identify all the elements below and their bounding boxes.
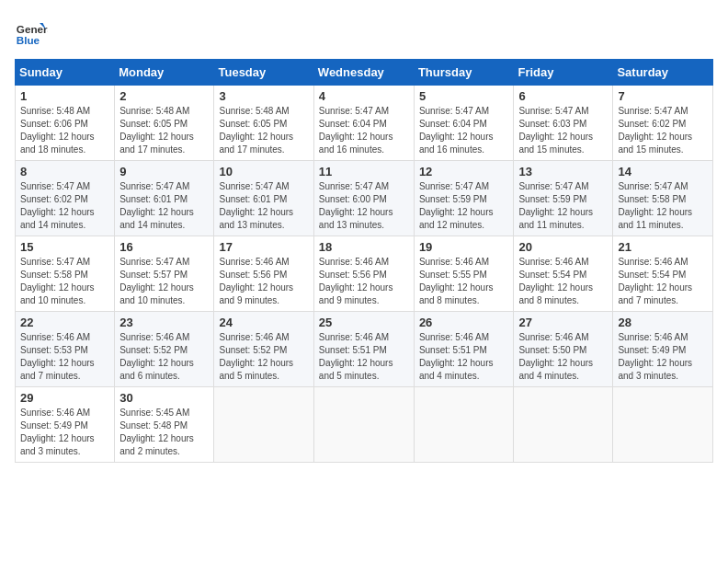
- day-cell: 20 Sunrise: 5:46 AMSunset: 5:54 PMDaylig…: [514, 236, 613, 312]
- day-info: Sunrise: 5:47 AMSunset: 5:57 PMDaylight:…: [119, 256, 209, 307]
- day-number: 14: [618, 165, 708, 178]
- day-cell: 16 Sunrise: 5:47 AMSunset: 5:57 PMDaylig…: [115, 236, 214, 312]
- day-cell: 10 Sunrise: 5:47 AMSunset: 6:01 PMDaylig…: [214, 161, 313, 236]
- week-row-1: 1 Sunrise: 5:48 AMSunset: 6:06 PMDayligh…: [16, 86, 713, 161]
- day-info: Sunrise: 5:47 AMSunset: 5:58 PMDaylight:…: [618, 180, 708, 232]
- day-number: 24: [219, 316, 308, 329]
- day-cell: 2 Sunrise: 5:48 AMSunset: 6:05 PMDayligh…: [115, 86, 214, 161]
- day-cell: 14 Sunrise: 5:47 AMSunset: 5:58 PMDaylig…: [613, 161, 713, 236]
- day-number: 7: [618, 89, 708, 103]
- day-number: 29: [20, 391, 109, 405]
- day-number: 25: [319, 316, 409, 329]
- day-number: 6: [518, 89, 608, 103]
- day-cell: 1 Sunrise: 5:48 AMSunset: 6:06 PMDayligh…: [16, 86, 115, 161]
- day-info: Sunrise: 5:48 AMSunset: 6:05 PMDaylight:…: [119, 105, 209, 156]
- day-number: 12: [419, 165, 509, 178]
- week-row-4: 22 Sunrise: 5:46 AMSunset: 5:53 PMDaylig…: [16, 312, 713, 387]
- day-number: 27: [518, 316, 608, 329]
- day-info: Sunrise: 5:47 AMSunset: 6:02 PMDaylight:…: [618, 105, 708, 156]
- day-number: 17: [219, 240, 308, 254]
- logo: General Blue: [15, 15, 48, 48]
- day-number: 1: [20, 89, 109, 103]
- day-cell: 26 Sunrise: 5:46 AMSunset: 5:51 PMDaylig…: [414, 312, 514, 387]
- day-number: 10: [219, 165, 308, 178]
- day-info: Sunrise: 5:46 AMSunset: 5:56 PMDaylight:…: [219, 256, 308, 307]
- col-header-wednesday: Wednesday: [313, 60, 414, 86]
- day-number: 2: [119, 89, 209, 103]
- day-cell: 5 Sunrise: 5:47 AMSunset: 6:04 PMDayligh…: [414, 86, 514, 161]
- col-header-monday: Monday: [115, 60, 214, 86]
- day-cell: 12 Sunrise: 5:47 AMSunset: 5:59 PMDaylig…: [414, 161, 514, 236]
- day-info: Sunrise: 5:47 AMSunset: 6:01 PMDaylight:…: [119, 180, 209, 232]
- day-cell: 8 Sunrise: 5:47 AMSunset: 6:02 PMDayligh…: [16, 161, 115, 236]
- day-cell: 11 Sunrise: 5:47 AMSunset: 6:00 PMDaylig…: [313, 161, 414, 236]
- day-number: 4: [319, 89, 409, 103]
- svg-text:Blue: Blue: [17, 34, 40, 46]
- day-info: Sunrise: 5:47 AMSunset: 6:01 PMDaylight:…: [219, 180, 308, 232]
- day-cell: [214, 387, 313, 463]
- day-cell: 7 Sunrise: 5:47 AMSunset: 6:02 PMDayligh…: [613, 86, 713, 161]
- day-cell: [514, 387, 613, 463]
- day-info: Sunrise: 5:45 AMSunset: 5:48 PMDaylight:…: [119, 407, 209, 458]
- day-cell: 9 Sunrise: 5:47 AMSunset: 6:01 PMDayligh…: [115, 161, 214, 236]
- col-header-friday: Friday: [514, 60, 613, 86]
- day-cell: 4 Sunrise: 5:47 AMSunset: 6:04 PMDayligh…: [313, 86, 414, 161]
- day-info: Sunrise: 5:48 AMSunset: 6:05 PMDaylight:…: [219, 105, 308, 156]
- day-info: Sunrise: 5:46 AMSunset: 5:49 PMDaylight:…: [20, 407, 109, 458]
- day-info: Sunrise: 5:46 AMSunset: 5:54 PMDaylight:…: [618, 256, 708, 307]
- week-row-5: 29 Sunrise: 5:46 AMSunset: 5:49 PMDaylig…: [16, 387, 713, 463]
- day-number: 21: [618, 240, 708, 254]
- calendar-table: SundayMondayTuesdayWednesdayThursdayFrid…: [15, 59, 713, 463]
- day-cell: 3 Sunrise: 5:48 AMSunset: 6:05 PMDayligh…: [214, 86, 313, 161]
- day-info: Sunrise: 5:47 AMSunset: 6:00 PMDaylight:…: [319, 180, 409, 232]
- day-info: Sunrise: 5:46 AMSunset: 5:52 PMDaylight:…: [219, 331, 308, 383]
- day-number: 26: [419, 316, 509, 329]
- day-number: 28: [618, 316, 708, 329]
- day-number: 18: [319, 240, 409, 254]
- logo-icon: General Blue: [15, 15, 48, 48]
- day-number: 30: [119, 391, 209, 405]
- day-cell: 21 Sunrise: 5:46 AMSunset: 5:54 PMDaylig…: [613, 236, 713, 312]
- day-cell: [313, 387, 414, 463]
- col-header-sunday: Sunday: [16, 60, 115, 86]
- day-info: Sunrise: 5:47 AMSunset: 6:04 PMDaylight:…: [319, 105, 409, 156]
- day-cell: 13 Sunrise: 5:47 AMSunset: 5:59 PMDaylig…: [514, 161, 613, 236]
- day-info: Sunrise: 5:46 AMSunset: 5:49 PMDaylight:…: [618, 331, 708, 383]
- page-header: General Blue: [15, 15, 713, 48]
- day-cell: 24 Sunrise: 5:46 AMSunset: 5:52 PMDaylig…: [214, 312, 313, 387]
- day-cell: 23 Sunrise: 5:46 AMSunset: 5:52 PMDaylig…: [115, 312, 214, 387]
- day-cell: 18 Sunrise: 5:46 AMSunset: 5:56 PMDaylig…: [313, 236, 414, 312]
- day-cell: 6 Sunrise: 5:47 AMSunset: 6:03 PMDayligh…: [514, 86, 613, 161]
- day-number: 20: [518, 240, 608, 254]
- day-number: 9: [119, 165, 209, 178]
- day-cell: [414, 387, 514, 463]
- day-cell: 28 Sunrise: 5:46 AMSunset: 5:49 PMDaylig…: [613, 312, 713, 387]
- day-number: 23: [119, 316, 209, 329]
- day-info: Sunrise: 5:47 AMSunset: 6:03 PMDaylight:…: [518, 105, 608, 156]
- day-cell: 15 Sunrise: 5:47 AMSunset: 5:58 PMDaylig…: [16, 236, 115, 312]
- day-number: 13: [518, 165, 608, 178]
- day-info: Sunrise: 5:46 AMSunset: 5:53 PMDaylight:…: [20, 331, 109, 383]
- day-cell: 30 Sunrise: 5:45 AMSunset: 5:48 PMDaylig…: [115, 387, 214, 463]
- day-number: 22: [20, 316, 109, 329]
- day-cell: 17 Sunrise: 5:46 AMSunset: 5:56 PMDaylig…: [214, 236, 313, 312]
- day-number: 3: [219, 89, 308, 103]
- day-info: Sunrise: 5:46 AMSunset: 5:55 PMDaylight:…: [419, 256, 509, 307]
- day-number: 16: [119, 240, 209, 254]
- day-info: Sunrise: 5:47 AMSunset: 6:02 PMDaylight:…: [20, 180, 109, 232]
- day-info: Sunrise: 5:46 AMSunset: 5:51 PMDaylight:…: [419, 331, 509, 383]
- day-info: Sunrise: 5:48 AMSunset: 6:06 PMDaylight:…: [20, 105, 109, 156]
- day-info: Sunrise: 5:46 AMSunset: 5:50 PMDaylight:…: [518, 331, 608, 383]
- day-cell: 25 Sunrise: 5:46 AMSunset: 5:51 PMDaylig…: [313, 312, 414, 387]
- col-header-thursday: Thursday: [414, 60, 514, 86]
- day-info: Sunrise: 5:46 AMSunset: 5:56 PMDaylight:…: [319, 256, 409, 307]
- day-cell: 22 Sunrise: 5:46 AMSunset: 5:53 PMDaylig…: [16, 312, 115, 387]
- col-header-saturday: Saturday: [613, 60, 713, 86]
- day-number: 11: [319, 165, 409, 178]
- day-cell: [613, 387, 713, 463]
- day-info: Sunrise: 5:46 AMSunset: 5:54 PMDaylight:…: [518, 256, 608, 307]
- day-cell: 29 Sunrise: 5:46 AMSunset: 5:49 PMDaylig…: [16, 387, 115, 463]
- day-info: Sunrise: 5:47 AMSunset: 5:58 PMDaylight:…: [20, 256, 109, 307]
- day-cell: 27 Sunrise: 5:46 AMSunset: 5:50 PMDaylig…: [514, 312, 613, 387]
- day-info: Sunrise: 5:47 AMSunset: 5:59 PMDaylight:…: [518, 180, 608, 232]
